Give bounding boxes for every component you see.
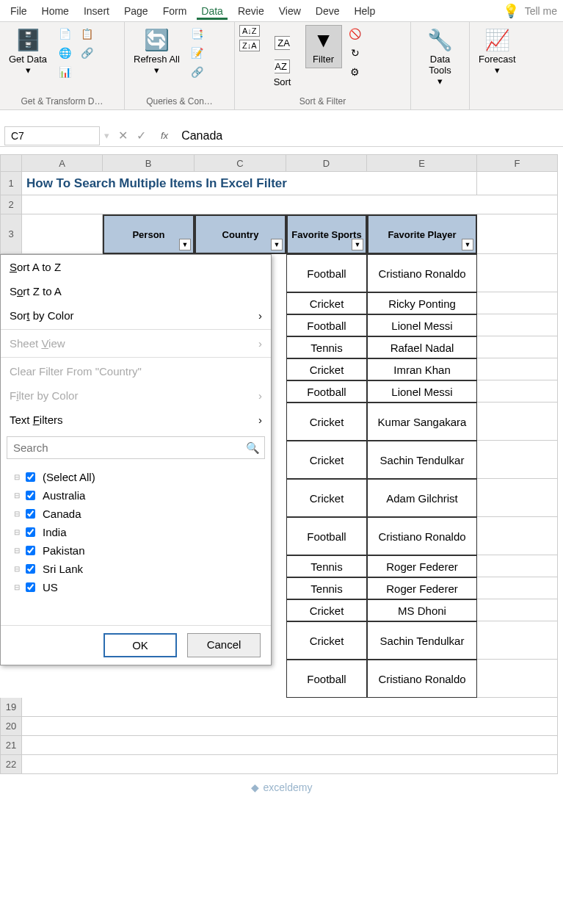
cell-player[interactable]: Rafael Nadal [367, 336, 477, 358]
reapply-button[interactable]: ↻ [346, 44, 364, 62]
tab-page[interactable]: Page [120, 2, 153, 20]
tab-data[interactable]: Data [197, 2, 228, 20]
cell-sports[interactable]: Football [286, 517, 367, 555]
filter-check-item[interactable]: Canada [14, 505, 262, 523]
refresh-all-button[interactable]: 🔄 Refresh All ▾ [129, 25, 184, 79]
cell-player[interactable]: Sachin Tendulkar [367, 441, 477, 479]
checkbox[interactable] [26, 564, 35, 574]
header-person[interactable]: Person ▼ [103, 214, 195, 254]
cell-player[interactable]: Lionel Messi [367, 314, 477, 336]
checkbox[interactable] [26, 509, 35, 519]
properties-button[interactable]: 📝 [189, 44, 206, 62]
row-header-20[interactable]: 20 [0, 717, 22, 736]
tab-home[interactable]: Home [37, 2, 73, 20]
sort-za-button[interactable]: Z↓A [239, 40, 260, 51]
sort-by-color-menuitem[interactable]: Sort by Color› [1, 303, 271, 328]
cell-player[interactable]: MS Dhoni [367, 599, 477, 621]
cell-player[interactable]: Cristiano Ronaldo [367, 254, 477, 292]
cell-player[interactable]: Adam Gilchrist [367, 479, 477, 517]
tab-help[interactable]: Help [349, 2, 379, 20]
row-header-1[interactable]: 1 [0, 172, 22, 195]
col-header-b[interactable]: B [103, 154, 195, 172]
sort-az-button[interactable]: A↓Z [239, 25, 260, 37]
checkbox[interactable] [26, 527, 35, 537]
cell-player[interactable]: Sachin Tendulkar [367, 621, 477, 660]
cell-sports[interactable]: Football [286, 254, 367, 292]
existing-conn-button[interactable]: 🔗 [78, 44, 95, 62]
text-filters-menuitem[interactable]: Text Filters› [1, 408, 271, 432]
cell-player[interactable]: Roger Federer [367, 555, 477, 577]
col-header-f[interactable]: F [477, 154, 558, 172]
name-box[interactable] [4, 126, 100, 145]
cell-sports[interactable]: Football [286, 380, 367, 403]
fx-icon[interactable]: fx [155, 130, 174, 141]
formula-input[interactable] [174, 126, 563, 145]
edit-links-button[interactable]: 🔗 [189, 63, 206, 81]
tab-developer[interactable]: Deve [311, 2, 344, 20]
cell-player[interactable]: Imran Khan [367, 358, 477, 380]
recent-sources-button[interactable]: 📋 [78, 25, 95, 43]
cell-sports[interactable]: Tennis [286, 336, 367, 358]
checkbox[interactable] [26, 491, 35, 500]
tab-view[interactable]: View [275, 2, 305, 20]
sort-button[interactable]: ZAAZ Sort [264, 25, 301, 90]
col-header-d[interactable]: D [286, 154, 367, 172]
from-web-button[interactable]: 🌐 [56, 44, 73, 62]
row-header-21[interactable]: 21 [0, 736, 22, 755]
sort-za-menuitem[interactable]: Sort Z to A [1, 279, 271, 303]
cell-sports[interactable]: Cricket [286, 479, 367, 517]
clear-filter-button[interactable]: 🚫 [346, 25, 364, 43]
col-header-e[interactable]: E [367, 154, 477, 172]
filter-check-item[interactable]: Australia [14, 486, 262, 505]
filter-check-item[interactable]: (Select All) [14, 468, 262, 486]
tab-file[interactable]: File [6, 2, 32, 20]
select-all-corner[interactable] [0, 154, 22, 172]
checkbox[interactable] [26, 546, 35, 555]
filter-check-item[interactable]: India [14, 523, 262, 541]
from-text-button[interactable]: 📄 [56, 25, 73, 43]
tellme-search[interactable]: Tell me [525, 5, 557, 17]
row-header-19[interactable]: 19 [0, 698, 22, 717]
tab-insert[interactable]: Insert [79, 2, 114, 20]
data-tools-button[interactable]: 🔧 Data Tools ▾ [415, 25, 465, 90]
filter-check-item[interactable]: Sri Lank [14, 560, 262, 578]
cell-sports[interactable]: Football [286, 314, 367, 336]
tab-review[interactable]: Revie [233, 2, 269, 20]
cancel-formula-icon[interactable]: ✕ [118, 129, 128, 142]
cell-player[interactable]: Ricky Ponting [367, 292, 477, 314]
checkbox[interactable] [26, 582, 35, 592]
cell-sports[interactable]: Cricket [286, 441, 367, 479]
header-country[interactable]: Country ▼ [195, 214, 286, 254]
advanced-button[interactable]: ⚙ [346, 63, 364, 81]
filter-search-box[interactable]: 🔍 [7, 436, 265, 459]
checkbox[interactable] [26, 472, 35, 482]
cell-sports[interactable]: Cricket [286, 599, 367, 621]
filter-check-item[interactable]: US [14, 578, 262, 596]
queries-button[interactable]: 📑 [189, 25, 206, 43]
filter-dropdown-player[interactable]: ▼ [462, 239, 473, 250]
ok-button[interactable]: OK [103, 633, 177, 657]
cell-sports[interactable]: Tennis [286, 555, 367, 577]
cell-player[interactable]: Cristiano Ronaldo [367, 660, 477, 698]
sort-az-menuitem[interactable]: SSort A to Zort A to Z [1, 255, 271, 279]
cell-sports[interactable]: Football [286, 660, 367, 698]
filter-check-item[interactable]: Pakistan [14, 541, 262, 560]
filter-dropdown-country[interactable]: ▼ [271, 239, 283, 250]
cell-sports[interactable]: Cricket [286, 403, 367, 441]
forecast-button[interactable]: 📈 Forecast ▾ [474, 25, 520, 79]
header-player[interactable]: Favorite Player ▼ [367, 214, 477, 254]
cell-player[interactable]: Lionel Messi [367, 380, 477, 403]
row-header-3[interactable]: 3 [0, 214, 22, 254]
filter-search-input[interactable] [7, 437, 264, 458]
row-header-2[interactable]: 2 [0, 195, 22, 214]
col-header-a[interactable]: A [22, 154, 103, 172]
row-header-22[interactable]: 22 [0, 755, 22, 774]
title-cell[interactable]: How To Search Multiple Items In Excel Fi… [22, 172, 477, 195]
cancel-button[interactable]: Cancel [187, 633, 261, 657]
cell-sports[interactable]: Cricket [286, 292, 367, 314]
filter-dropdown-person[interactable]: ▼ [179, 239, 191, 250]
filter-dropdown-sports[interactable]: ▼ [352, 239, 363, 250]
cell-sports[interactable]: Cricket [286, 621, 367, 660]
lightbulb-icon[interactable]: 💡 [503, 3, 519, 19]
cell-player[interactable]: Cristiano Ronaldo [367, 517, 477, 555]
